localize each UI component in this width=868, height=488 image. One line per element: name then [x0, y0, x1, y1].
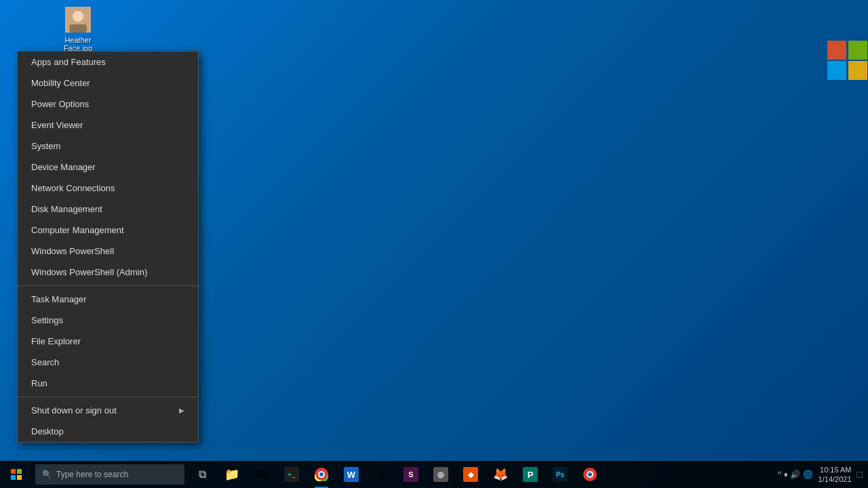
clock-time: 10:15 AM: [818, 465, 852, 474]
taskbar-task-view[interactable]: ⧉: [187, 461, 217, 488]
app9-icon: ◎: [433, 467, 448, 482]
taskbar-firefox[interactable]: 🦊: [486, 461, 515, 488]
menu-item-computer-management[interactable]: Computer Management: [18, 220, 198, 241]
file-explorer-icon: 📁: [224, 467, 239, 482]
taskbar-system-tray: ^ ♦ 🔊 🌐 10:15 AM 1/14/2021 □: [778, 465, 868, 485]
desktop-icon-heather[interactable]: Heather Face.jpg: [51, 3, 105, 55]
taskbar-app-10[interactable]: ◆: [456, 461, 486, 488]
svg-point-7: [319, 472, 323, 476]
menu-item-settings[interactable]: Settings: [18, 310, 198, 331]
taskbar-word[interactable]: W: [336, 461, 366, 488]
slack-icon: S: [403, 467, 418, 482]
notification-icon[interactable]: □: [857, 469, 863, 480]
taskbar: 🔍 ⧉ 📁 🛍 >_: [0, 461, 868, 488]
clock-date: 1/14/2021: [818, 474, 852, 484]
menu-divider-1: [18, 285, 198, 286]
menu-item-run[interactable]: Run: [18, 373, 198, 394]
menu-item-search[interactable]: Search: [18, 352, 198, 373]
menu-item-windows-powershell-admin[interactable]: Windows PowerShell (Admin): [18, 262, 198, 283]
menu-item-task-manager[interactable]: Task Manager: [18, 289, 198, 310]
taskbar-app-9[interactable]: ◎: [426, 461, 456, 488]
menu-item-windows-powershell[interactable]: Windows PowerShell: [18, 241, 198, 262]
taskbar-terminal[interactable]: >_: [277, 461, 307, 488]
menu-item-event-viewer[interactable]: Event Viewer: [18, 115, 198, 136]
context-menu: Apps and Features Mobility Center Power …: [17, 51, 199, 443]
desktop: Heather Face.jpg Apps and Features Mobil…: [0, 0, 868, 488]
menu-item-network-connections[interactable]: Network Connections: [18, 178, 198, 199]
heather-label: Heather Face.jpg: [54, 36, 102, 52]
svg-rect-2: [69, 24, 87, 33]
store-icon: 🛍: [256, 468, 268, 482]
taskbar-slack[interactable]: S: [396, 461, 426, 488]
word-icon: W: [344, 467, 359, 482]
taskbar-file-explorer[interactable]: 📁: [217, 461, 247, 488]
publisher-icon: P: [523, 467, 538, 482]
menu-item-power-options[interactable]: Power Options: [18, 94, 198, 115]
svg-point-1: [73, 11, 83, 22]
menu-item-file-explorer[interactable]: File Explorer: [18, 331, 198, 352]
taskbar-photoshop[interactable]: Ps: [545, 461, 575, 488]
start-icon: [11, 469, 22, 480]
menu-item-shut-down[interactable]: Shut down or sign out ▶: [18, 400, 198, 421]
task-view-icon: ⧉: [199, 468, 206, 481]
photoshop-icon: Ps: [553, 467, 568, 482]
start-button[interactable]: [0, 461, 33, 488]
search-input[interactable]: [56, 470, 178, 479]
menu-divider-2: [18, 396, 198, 397]
taskbar-apps: ⧉ 📁 🛍 >_: [187, 461, 778, 488]
taskbar-app-7[interactable]: ✈: [366, 461, 396, 488]
app7-icon: ✈: [377, 468, 386, 481]
menu-item-device-manager[interactable]: Device Manager: [18, 157, 198, 178]
search-icon: 🔍: [42, 470, 52, 479]
chrome2-icon: [583, 467, 597, 482]
terminal-icon: >_: [284, 467, 299, 482]
chrome-icon: [314, 467, 329, 482]
taskbar-publisher[interactable]: P: [515, 461, 545, 488]
system-icons: ^ ♦ 🔊 🌐: [778, 470, 813, 479]
svg-point-10: [588, 472, 592, 476]
menu-item-desktop[interactable]: Desktop: [18, 421, 198, 442]
windows-logo: [814, 41, 868, 80]
menu-item-system[interactable]: System: [18, 136, 198, 157]
menu-item-apps-features[interactable]: Apps and Features: [18, 52, 198, 73]
taskbar-search-box[interactable]: 🔍: [35, 464, 184, 485]
menu-item-disk-management[interactable]: Disk Management: [18, 199, 198, 220]
firefox-icon: 🦊: [493, 467, 508, 482]
system-clock[interactable]: 10:15 AM 1/14/2021: [818, 465, 852, 485]
taskbar-store[interactable]: 🛍: [247, 461, 277, 488]
heather-icon: [64, 6, 92, 33]
app10-icon: ◆: [463, 467, 478, 482]
taskbar-chrome2[interactable]: [575, 461, 605, 488]
menu-item-mobility-center[interactable]: Mobility Center: [18, 73, 198, 94]
taskbar-chrome[interactable]: [307, 461, 336, 488]
chevron-right-icon: ▶: [179, 407, 184, 414]
